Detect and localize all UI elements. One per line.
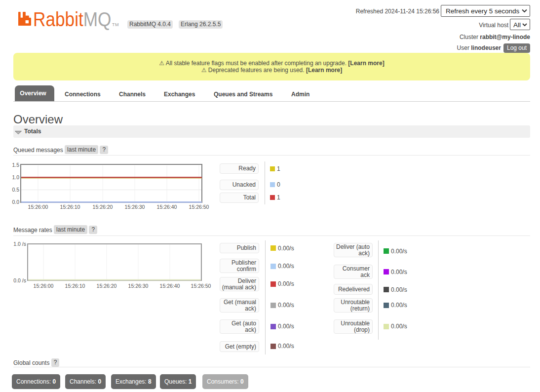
svg-text:0.5: 0.5 <box>12 187 19 193</box>
svg-text:15:26:10: 15:26:10 <box>60 204 80 210</box>
svg-text:0.0: 0.0 <box>12 199 19 205</box>
svg-text:15:26:30: 15:26:30 <box>125 204 145 210</box>
svg-text:15:26:00: 15:26:00 <box>34 283 54 289</box>
svg-text:15:26:50: 15:26:50 <box>189 204 209 210</box>
svg-text:1.0 /s: 1.0 /s <box>13 241 26 247</box>
svg-text:15:26:30: 15:26:30 <box>128 283 149 289</box>
svg-text:0.0 /s: 0.0 /s <box>13 277 26 283</box>
svg-text:15:26:50: 15:26:50 <box>191 283 211 289</box>
svg-text:15:26:20: 15:26:20 <box>93 204 113 210</box>
svg-text:1.5: 1.5 <box>12 162 19 168</box>
svg-text:15:26:10: 15:26:10 <box>65 283 85 289</box>
svg-text:15:26:40: 15:26:40 <box>160 283 180 289</box>
svg-text:1.0: 1.0 <box>12 174 19 180</box>
svg-text:15:26:40: 15:26:40 <box>157 204 177 210</box>
svg-text:15:26:00: 15:26:00 <box>28 204 48 210</box>
svg-text:15:26:20: 15:26:20 <box>97 283 117 289</box>
